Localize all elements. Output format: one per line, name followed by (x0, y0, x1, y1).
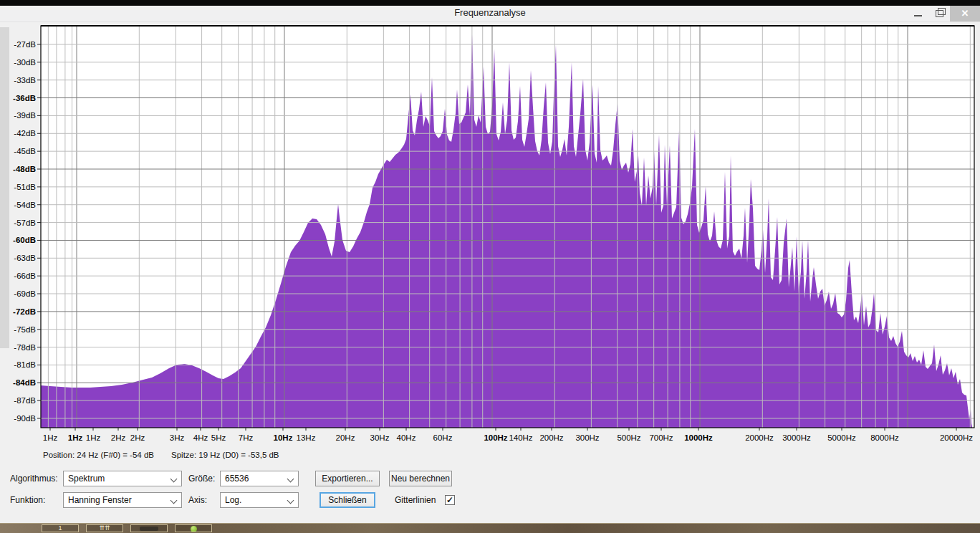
y-tick-label: -66dB (14, 272, 36, 280)
y-tick-label: -81dB (14, 360, 36, 369)
x-axis: 1Hz1Hz1Hz2Hz2Hz3Hz4Hz5Hz7Hz10Hz13Hz20Hz3… (43, 428, 973, 442)
close-dialog-button[interactable]: Schließen (320, 492, 375, 508)
y-axis: -27dB-30dB-33dB-36dB-39dB-42dB-45dB-48dB… (13, 40, 41, 423)
gridlines-label: Gitterlinien (395, 492, 436, 508)
x-tick-label: 3000Hz (782, 433, 811, 442)
x-tick-label: 1Hz (68, 433, 83, 442)
y-tick-label: -48dB (13, 165, 36, 173)
y-tick-label: -36dB (13, 94, 36, 102)
y-tick-label: -87dB (14, 396, 36, 405)
gridlines-checkbox[interactable]: ✓ (445, 495, 455, 505)
x-tick-label: 500Hz (617, 433, 640, 442)
y-tick-label: -27dB (14, 40, 36, 49)
recalculate-button[interactable]: Neu berechnen (389, 471, 452, 486)
x-tick-label: 2Hz (130, 433, 145, 442)
background-toolbar-button-numeral-one: 1 (42, 524, 79, 532)
x-tick-label: 2Hz (111, 433, 126, 442)
axis-value: Log. Darstellung (225, 495, 269, 508)
y-tick-label: -63dB (14, 254, 36, 262)
x-tick-label: 200Hz (539, 433, 563, 442)
y-tick-label: -30dB (14, 58, 36, 67)
y-tick-label: -39dB (14, 111, 36, 120)
x-tick-label: 4Hz (193, 433, 208, 442)
algorithm-select[interactable]: Spektrum (63, 471, 182, 486)
chevron-down-icon (287, 497, 294, 504)
export-button[interactable]: Exportieren... (315, 471, 380, 486)
status-position: Position: 24 Hz (F#0) = -54 dB (43, 451, 154, 459)
background-toolbar-button-dark-slot (130, 524, 168, 532)
x-tick-label: 5Hz (211, 433, 226, 442)
y-tick-label: -42dB (14, 129, 36, 138)
y-tick-label: -75dB (14, 325, 36, 334)
background-toolbar-button-double-up-arrows: ⇈⇈ (86, 524, 123, 532)
function-label: Funktion: (10, 492, 45, 508)
y-tick-label: -72dB (13, 307, 36, 316)
screen: Frequenzanalyse ✕ -27dB-30dB-33dB-36dB-3… (0, 0, 980, 533)
x-tick-label: 30Hz (370, 433, 390, 442)
chevron-down-icon (170, 476, 178, 483)
size-label: Größe: (188, 471, 215, 486)
x-tick-label: 3Hz (170, 433, 185, 442)
x-tick-label: 100Hz (484, 433, 507, 442)
y-tick-label: -57dB (14, 219, 36, 227)
algorithm-value: Spektrum (68, 474, 105, 484)
y-tick-label: -84dB (13, 378, 36, 387)
size-value: 65536 (225, 474, 249, 484)
y-tick-label: -51dB (14, 183, 36, 191)
y-tick-label: -45dB (14, 147, 36, 155)
axis-select[interactable]: Log. Darstellung (220, 492, 299, 508)
y-tick-label: -69dB (14, 289, 36, 298)
x-tick-label: 20Hz (336, 433, 355, 442)
function-select[interactable]: Hanning Fenster (63, 492, 182, 508)
axis-label: Axis: (188, 492, 207, 508)
x-tick-label: 300Hz (575, 433, 599, 442)
x-tick-label: 40Hz (397, 433, 416, 442)
chevron-down-icon (170, 497, 178, 504)
x-tick-label: 1Hz (43, 433, 58, 442)
background-toolbar-button-green-orb (175, 524, 212, 532)
x-tick-label: 1Hz (86, 433, 101, 442)
x-tick-label: 8000Hz (870, 433, 899, 442)
status-peak: Spitze: 19 Hz (D0) = -53,5 dB (171, 451, 279, 459)
x-tick-label: 60Hz (433, 433, 453, 442)
x-tick-label: 140Hz (509, 433, 532, 442)
x-tick-label: 7Hz (239, 433, 254, 442)
y-tick-label: -90dB (14, 414, 36, 423)
y-tick-label: -33dB (14, 76, 36, 85)
y-tick-label: -54dB (14, 201, 36, 209)
x-tick-label: 700Hz (649, 433, 673, 442)
x-tick-label: 13Hz (297, 433, 316, 442)
background-window-strip: 1⇈⇈ (0, 523, 980, 533)
x-tick-label: 5000Hz (827, 433, 856, 442)
x-tick-label: 20000Hz (940, 433, 973, 442)
checkmark-icon: ✓ (446, 496, 454, 504)
algorithm-label: Algorithmus: (10, 471, 58, 486)
size-select[interactable]: 65536 (220, 471, 299, 486)
x-tick-label: 2000Hz (745, 433, 774, 442)
status-line: Position: 24 Hz (F#0) = -54 dBSpitze: 19… (43, 451, 297, 459)
chevron-down-icon (287, 476, 294, 483)
function-value: Hanning Fenster (68, 495, 132, 505)
x-tick-label: 10Hz (274, 433, 293, 442)
x-tick-label: 1000Hz (684, 433, 713, 442)
y-tick-label: -60dB (13, 236, 36, 244)
y-tick-label: -78dB (14, 343, 36, 352)
